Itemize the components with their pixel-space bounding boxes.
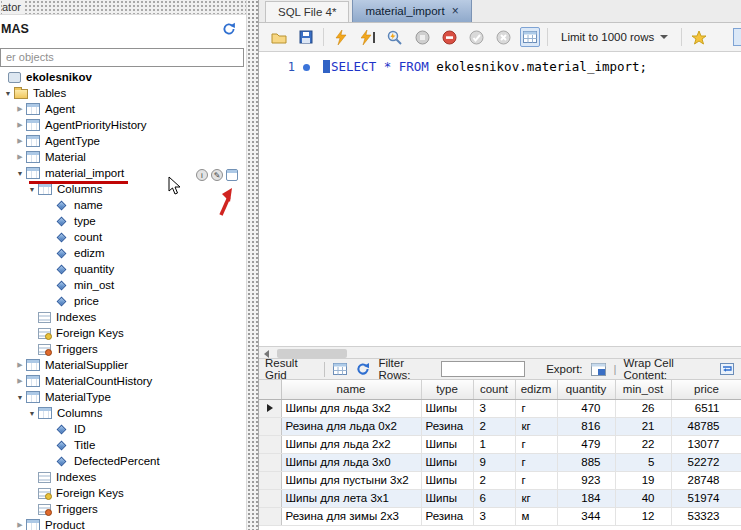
cell-min-ost[interactable]: 26 — [615, 399, 671, 417]
cell-type[interactable]: Шипы — [421, 399, 473, 417]
filter-rows-input[interactable] — [441, 361, 525, 377]
cell-quantity[interactable]: 470 — [557, 399, 615, 417]
cell-type[interactable]: Резина — [421, 507, 473, 525]
sql-statement[interactable]: SELECT * FROM ekolesnikov.material_impor… — [323, 59, 647, 74]
tree-item-table[interactable]: Product — [0, 517, 246, 530]
tree-item-column[interactable]: ID — [0, 421, 246, 437]
tree-item-column[interactable]: count — [0, 229, 246, 245]
tree-item-column[interactable]: edizm — [0, 245, 246, 261]
table-row[interactable]: Резина для зимы 2x3 Резина 3 м 344 12 53… — [259, 507, 741, 525]
tree-item-foreign-keys[interactable]: Foreign Keys — [0, 485, 246, 501]
save-icon[interactable] — [296, 27, 316, 47]
cell-name[interactable]: Шипы для лета 3x1 — [281, 489, 421, 507]
tree-item-table[interactable]: MaterialCountHistory — [0, 373, 246, 389]
cell-price[interactable]: 53323 — [671, 507, 741, 525]
open-file-icon[interactable] — [269, 27, 289, 47]
table-row[interactable]: Шипы для льда 2x2 Шипы 1 г 479 22 13077 — [259, 435, 741, 453]
cell-count[interactable]: 1 — [473, 435, 515, 453]
cell-min-ost[interactable]: 22 — [615, 435, 671, 453]
column-header[interactable]: edizm — [515, 380, 557, 399]
cell-type[interactable]: Шипы — [421, 489, 473, 507]
row-selector[interactable] — [259, 435, 281, 453]
close-tab-icon[interactable]: × — [452, 6, 459, 16]
tree-item-columns-folder[interactable]: Columns — [0, 405, 246, 421]
tree-item-tables-folder[interactable]: Tables — [0, 85, 246, 101]
beautify-icon[interactable] — [733, 28, 741, 46]
chevron-expanded-icon[interactable] — [26, 186, 38, 193]
tree-item-indexes[interactable]: Indexes — [0, 309, 246, 325]
wrap-cell-content-icon[interactable] — [719, 361, 735, 377]
cell-price[interactable]: 6511 — [671, 399, 741, 417]
chevron-collapsed-icon[interactable] — [14, 121, 26, 129]
tree-item-column[interactable]: name — [0, 197, 246, 213]
execute-statement-icon[interactable] — [358, 27, 378, 47]
commit-icon[interactable] — [466, 27, 486, 47]
cell-type[interactable]: Шипы — [421, 435, 473, 453]
cell-edizm[interactable]: кг — [515, 417, 557, 435]
table-row[interactable]: Шипы для лета 3x1 Шипы 6 кг 184 40 51974 — [259, 489, 741, 507]
cell-type[interactable]: Резина — [421, 417, 473, 435]
cell-name[interactable]: Резина для зимы 2x3 — [281, 507, 421, 525]
chevron-collapsed-icon[interactable] — [14, 521, 26, 529]
cell-min-ost[interactable]: 40 — [615, 489, 671, 507]
toggle-stop-on-error-icon[interactable] — [439, 27, 459, 47]
cell-name[interactable]: Шипы для льда 3x0 — [281, 453, 421, 471]
cell-quantity[interactable]: 344 — [557, 507, 615, 525]
row-selector[interactable] — [259, 471, 281, 489]
chevron-collapsed-icon[interactable] — [14, 361, 26, 369]
cell-type[interactable]: Шипы — [421, 471, 473, 489]
refresh-results-icon[interactable] — [355, 361, 371, 377]
row-selector[interactable] — [259, 507, 281, 525]
rollback-icon[interactable] — [493, 27, 513, 47]
table-info-icon[interactable]: i — [196, 169, 208, 181]
tree-item-column[interactable]: Title — [0, 437, 246, 453]
explain-icon[interactable] — [385, 27, 405, 47]
tree-item-table[interactable]: AgentPriorityHistory — [0, 117, 246, 133]
tree-item-table-materialtype[interactable]: MaterialType — [0, 389, 246, 405]
tree-item-indexes[interactable]: Indexes — [0, 469, 246, 485]
navigator-titlebar[interactable]: ator — [0, 0, 246, 15]
cell-count[interactable]: 3 — [473, 507, 515, 525]
tree-item-column[interactable]: price — [0, 293, 246, 309]
cell-quantity[interactable]: 885 — [557, 453, 615, 471]
filter-objects-input[interactable]: er objects — [0, 48, 244, 67]
row-selector[interactable] — [259, 489, 281, 507]
chevron-expanded-icon[interactable] — [14, 394, 26, 401]
cell-price[interactable]: 48785 — [671, 417, 741, 435]
cell-edizm[interactable]: г — [515, 471, 557, 489]
cell-min-ost[interactable]: 19 — [615, 471, 671, 489]
chevron-collapsed-icon[interactable] — [14, 377, 26, 385]
column-header[interactable]: price — [671, 380, 741, 399]
cell-count[interactable]: 2 — [473, 417, 515, 435]
table-row[interactable]: Шипы для пустыни 3x2 Шипы 2 г 923 19 287… — [259, 471, 741, 489]
tree-item-column[interactable]: DefectedPercent — [0, 453, 246, 469]
tree-item-table[interactable]: Material — [0, 149, 246, 165]
limit-rows-dropdown[interactable]: Limit to 1000 rows — [555, 29, 674, 45]
chevron-collapsed-icon[interactable] — [14, 153, 26, 161]
cell-quantity[interactable]: 479 — [557, 435, 615, 453]
cell-count[interactable]: 6 — [473, 489, 515, 507]
table-row[interactable]: Резина для льда 0x2 Резина 2 кг 816 21 4… — [259, 417, 741, 435]
cell-price[interactable]: 51974 — [671, 489, 741, 507]
tree-item-foreign-keys[interactable]: Foreign Keys — [0, 325, 246, 341]
cell-count[interactable]: 3 — [473, 399, 515, 417]
tree-item-column[interactable]: min_ost — [0, 277, 246, 293]
cell-edizm[interactable]: г — [515, 399, 557, 417]
table-wrench-icon[interactable]: ✎ — [211, 169, 223, 181]
tab-material-import[interactable]: material_import × — [352, 0, 471, 22]
tree-item-table[interactable]: MaterialSupplier — [0, 357, 246, 373]
cell-edizm[interactable]: г — [515, 453, 557, 471]
table-row[interactable]: Шипы для льда 3x2 Шипы 3 г 470 26 6511 — [259, 399, 741, 417]
column-header[interactable]: type — [421, 380, 473, 399]
cell-edizm[interactable]: г — [515, 435, 557, 453]
tree-item-column[interactable]: quantity — [0, 261, 246, 277]
cell-price[interactable]: 28748 — [671, 471, 741, 489]
refresh-schemas-icon[interactable] — [222, 22, 236, 36]
cell-quantity[interactable]: 923 — [557, 471, 615, 489]
chevron-expanded-icon[interactable] — [2, 90, 14, 97]
cell-min-ost[interactable]: 12 — [615, 507, 671, 525]
autocommit-toggle-icon[interactable] — [520, 27, 540, 47]
row-selector[interactable] — [259, 399, 281, 417]
grid-view-icon[interactable] — [332, 361, 348, 377]
tree-item-table[interactable]: Agent — [0, 101, 246, 117]
